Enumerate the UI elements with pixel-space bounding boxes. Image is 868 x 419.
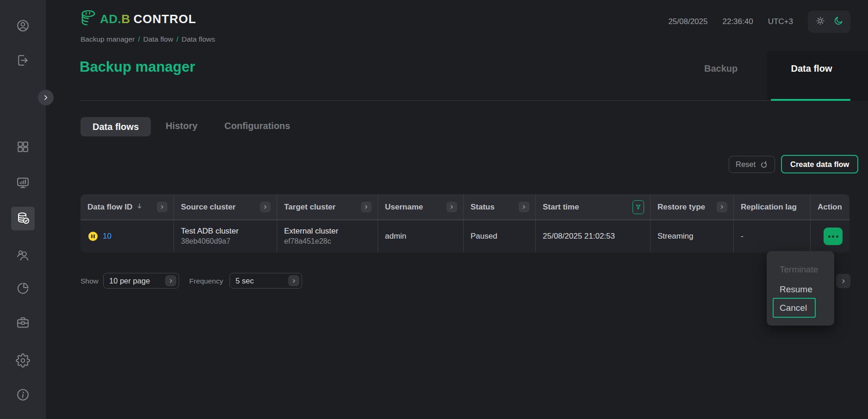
breadcrumb: Backup manager/Data flow/Data flows (81, 35, 215, 43)
sun-icon[interactable] (815, 15, 826, 29)
breadcrumb-item[interactable]: Backup manager (81, 35, 135, 43)
subtab-data-flows[interactable]: Data flows (81, 117, 151, 136)
cell-target-cluster: External cluster ef78a451e28c (277, 220, 378, 253)
refresh-icon (760, 160, 768, 169)
frequency-value: 5 sec (236, 277, 254, 285)
col-header-status[interactable]: Status (463, 194, 535, 220)
frequency-label: Frequency (189, 277, 223, 285)
profile-icon[interactable] (0, 18, 46, 33)
target-cluster-id: ef78a451e28c (284, 236, 331, 246)
menu-item-resume[interactable]: Resume (780, 284, 812, 295)
breadcrumb-item[interactable]: Data flows (181, 35, 215, 43)
logout-icon[interactable] (0, 53, 46, 68)
chevron-right-icon[interactable] (717, 202, 727, 212)
next-page-button[interactable] (836, 274, 850, 288)
subtab-history[interactable]: History (166, 121, 198, 131)
col-label: Status (471, 203, 495, 212)
col-header-replication-lag: Replication lag (733, 194, 810, 220)
app-logo[interactable]: AD.BCONTROL (80, 9, 196, 29)
col-header-source-cluster[interactable]: Source cluster (174, 194, 277, 220)
col-label: Username (385, 203, 423, 212)
restore-type-value: Streaming (657, 232, 693, 241)
sidebar (0, 0, 46, 419)
col-label: Replication lag (741, 203, 797, 212)
cell-replication-lag: - (733, 220, 810, 253)
sidebar-expand-chevron-icon[interactable] (38, 90, 54, 105)
source-cluster-name: Test ADB cluster (181, 226, 239, 236)
show-label: Show (81, 277, 99, 285)
col-label: Target cluster (284, 203, 335, 212)
app-logo-text: AD.BCONTROL (100, 12, 196, 26)
info-icon[interactable] (0, 388, 46, 402)
app-window: AD.BCONTROL Backup manager/Data flow/Dat… (0, 0, 868, 419)
cell-start-time: 25/08/2025 21:02:53 (535, 220, 650, 253)
datetime-bar: 25/08/2025 22:36:40 UTC+3 (668, 11, 850, 33)
col-label: Data flow ID (87, 203, 132, 212)
theme-toggle[interactable] (808, 11, 850, 33)
tab-data-flow-label: Data flow (791, 63, 832, 101)
frequency-select[interactable]: 5 sec (229, 273, 302, 289)
col-header-data-flow-id[interactable]: Data flow ID (81, 194, 174, 220)
cell-source-cluster: Test ADB cluster 38eb4060d9a7 (174, 220, 277, 253)
chevron-right-icon[interactable] (361, 202, 372, 212)
col-header-username[interactable]: Username (378, 194, 463, 220)
breadcrumb-item[interactable]: Data flow (143, 35, 174, 43)
active-tab-underline (771, 99, 850, 101)
menu-item-terminate[interactable]: Terminate (780, 265, 818, 275)
filter-icon[interactable] (632, 200, 644, 214)
source-cluster-id: 38eb4060d9a7 (181, 236, 230, 246)
pause-status-icon (88, 232, 98, 241)
col-label: Restore type (657, 203, 705, 212)
data-flow-id-link[interactable]: 10 (103, 232, 112, 241)
cell-username: admin (378, 220, 463, 253)
briefcase-icon[interactable] (0, 315, 46, 330)
col-header-restore-type[interactable]: Restore type (650, 194, 733, 220)
current-time: 22:36:40 (722, 17, 753, 26)
col-header-start-time[interactable]: Start time (535, 194, 650, 220)
database-logo-icon (80, 9, 97, 29)
gear-icon[interactable] (0, 353, 46, 368)
menu-item-cancel[interactable]: Cancel (773, 298, 816, 318)
target-cluster-name: External cluster (284, 226, 338, 236)
chevron-right-icon (841, 278, 846, 284)
data-flows-table: Data flow ID Source cluster Target clust… (81, 194, 849, 253)
backup-database-icon[interactable] (11, 207, 35, 230)
cell-status: Paused (463, 220, 535, 253)
chevron-right-icon[interactable] (446, 202, 457, 212)
header-divider (81, 100, 771, 101)
ellipsis-icon (828, 235, 831, 238)
create-data-flow-button[interactable]: Create data flow (781, 155, 858, 173)
col-label: Source cluster (181, 203, 236, 212)
monitor-chart-icon[interactable] (0, 176, 46, 190)
sort-desc-icon[interactable] (136, 202, 143, 212)
col-label: Start time (543, 203, 579, 212)
cell-action (810, 220, 849, 253)
row-actions-button[interactable] (824, 228, 843, 245)
col-header-action: Action (810, 194, 849, 220)
col-header-target-cluster[interactable]: Target cluster (277, 194, 378, 220)
page-size-value: 10 per page (109, 277, 150, 285)
chevron-right-icon[interactable] (519, 202, 529, 212)
moon-icon[interactable] (833, 15, 844, 28)
current-date: 25/08/2025 (668, 17, 707, 26)
chevron-right-icon[interactable] (165, 275, 176, 286)
timezone: UTC+3 (768, 17, 793, 26)
cell-data-flow-id: 10 (81, 220, 174, 253)
users-icon[interactable] (0, 248, 46, 263)
chevron-right-icon[interactable] (260, 202, 271, 212)
table-row: 10 Test ADB cluster 38eb4060d9a7 Externa… (81, 220, 849, 253)
page-size-select[interactable]: 10 per page (103, 273, 179, 289)
subtab-configurations[interactable]: Configurations (224, 121, 290, 131)
tab-backup[interactable]: Backup (704, 63, 738, 74)
chevron-right-icon[interactable] (288, 275, 299, 286)
table-header-row: Data flow ID Source cluster Target clust… (81, 194, 849, 220)
replication-lag-value: - (741, 232, 744, 241)
create-data-flow-label: Create data flow (790, 160, 849, 169)
menu-item-cancel-label: Cancel (780, 303, 807, 313)
reset-button[interactable]: Reset (729, 156, 775, 173)
tab-data-flow[interactable]: Data flow (767, 51, 868, 101)
chevron-right-icon[interactable] (157, 202, 167, 212)
dashboard-grid-icon[interactable] (0, 140, 46, 154)
start-time-value: 25/08/2025 21:02:53 (543, 232, 615, 241)
pie-chart-icon[interactable] (0, 281, 46, 296)
